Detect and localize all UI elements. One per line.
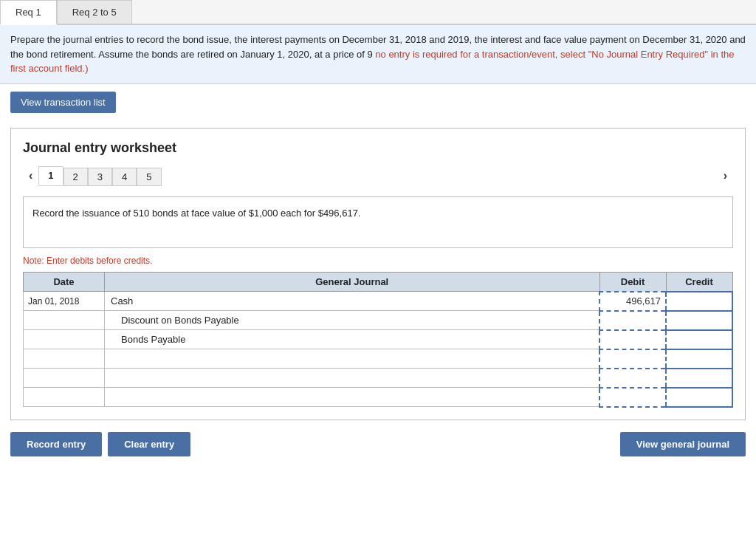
row5-debit[interactable] — [599, 388, 666, 407]
table-row — [24, 369, 733, 388]
row4-account[interactable] — [105, 369, 600, 388]
row3-account[interactable] — [105, 349, 600, 369]
col-header-date: Date — [24, 272, 105, 292]
row5-account[interactable] — [105, 388, 600, 407]
row2-credit[interactable] — [666, 330, 732, 349]
col-header-credit: Credit — [666, 272, 732, 292]
action-bar: View transaction list — [0, 84, 756, 120]
page-tab-group: 1 2 3 4 5 — [38, 166, 161, 186]
clear-entry-button[interactable]: Clear entry — [108, 432, 190, 456]
row4-date — [24, 369, 105, 388]
row1-debit[interactable] — [599, 311, 666, 330]
journal-table: Date General Journal Debit Credit Jan 01… — [23, 272, 733, 408]
row0-credit[interactable] — [666, 292, 732, 311]
row0-account[interactable]: Cash — [105, 292, 600, 311]
worksheet-container: Journal entry worksheet ‹ 1 2 3 4 5 › Re… — [10, 128, 746, 420]
table-row: Discount on Bonds Payable — [24, 311, 733, 330]
record-description-text: Record the issuance of 510 bonds at face… — [32, 208, 360, 219]
row1-account[interactable]: Discount on Bonds Payable — [105, 311, 600, 330]
record-entry-button[interactable]: Record entry — [10, 432, 102, 456]
prev-page-button[interactable]: ‹ — [23, 168, 38, 184]
row0-date: Jan 01, 2018 — [24, 292, 105, 311]
col-header-journal: General Journal — [105, 272, 600, 292]
tab-req1[interactable]: Req 1 — [0, 0, 57, 25]
next-page-button[interactable]: › — [718, 168, 733, 184]
page-tab-4[interactable]: 4 — [112, 168, 137, 185]
row0-debit-value: 496,617 — [626, 295, 661, 307]
worksheet-title: Journal entry worksheet — [23, 140, 733, 156]
row1-date — [24, 311, 105, 330]
row0-debit[interactable]: 496,617 — [599, 292, 666, 311]
table-row: Jan 01, 2018 Cash 496,617 — [24, 292, 733, 311]
table-row — [24, 388, 733, 407]
record-description: Record the issuance of 510 bonds at face… — [23, 196, 733, 248]
page-tab-1[interactable]: 1 — [38, 166, 63, 185]
col-header-debit: Debit — [599, 272, 666, 292]
page-tab-2[interactable]: 2 — [63, 168, 88, 185]
table-row — [24, 349, 733, 369]
row2-date — [24, 330, 105, 349]
row3-debit[interactable] — [599, 349, 666, 369]
bottom-buttons: Record entry Clear entry View general jo… — [10, 432, 746, 456]
page-tab-5[interactable]: 5 — [137, 168, 161, 185]
view-transaction-list-button[interactable]: View transaction list — [10, 92, 116, 113]
note-text: Note: Enter debits before credits. — [23, 256, 733, 266]
tabs-bar: Req 1 Req 2 to 5 — [0, 0, 756, 25]
row3-date — [24, 349, 105, 369]
table-row: Bonds Payable — [24, 330, 733, 349]
row2-debit[interactable] — [599, 330, 666, 349]
row1-credit[interactable] — [666, 311, 732, 330]
row5-date — [24, 388, 105, 407]
row3-credit[interactable] — [666, 349, 732, 369]
tab-req2to5[interactable]: Req 2 to 5 — [57, 0, 132, 24]
instructions-panel: Prepare the journal entries to record th… — [0, 25, 756, 84]
view-general-journal-button[interactable]: View general journal — [620, 432, 746, 456]
row2-account[interactable]: Bonds Payable — [105, 330, 600, 349]
row4-debit[interactable] — [599, 369, 666, 388]
page-tab-3[interactable]: 3 — [88, 168, 112, 185]
row4-credit[interactable] — [666, 369, 732, 388]
row5-credit[interactable] — [666, 388, 732, 407]
